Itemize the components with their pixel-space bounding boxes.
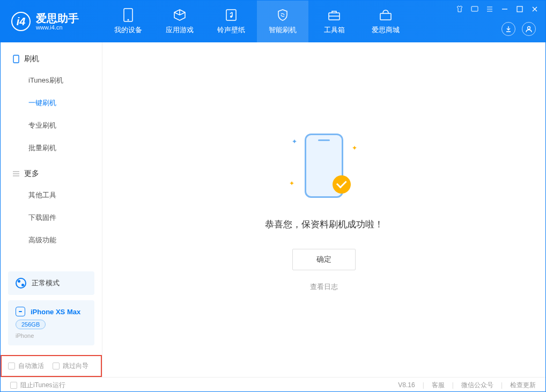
success-message: 恭喜您，保资料刷机成功啦！ — [265, 218, 383, 231]
minimize-button[interactable] — [500, 5, 509, 13]
phone-icon — [12, 55, 20, 63]
device-card[interactable]: iPhone XS Max 256GB iPhone — [8, 300, 94, 345]
music-icon — [224, 8, 238, 22]
mode-label: 正常模式 — [32, 278, 60, 288]
mode-card[interactable]: 正常模式 — [8, 271, 94, 295]
nav-tab-ringtone[interactable]: 铃声壁纸 — [205, 1, 257, 42]
svg-rect-9 — [13, 55, 19, 63]
checkbox-auto-activate[interactable]: 自动激活 — [8, 361, 44, 371]
sidebar-header-flash: 刷机 — [1, 49, 102, 69]
sidebar-item-other-tools[interactable]: 其他工具 — [1, 184, 102, 206]
sidebar-item-oneclick-flash[interactable]: 一键刷机 — [1, 92, 102, 114]
user-button[interactable] — [522, 22, 536, 36]
maximize-button[interactable] — [515, 5, 524, 13]
checkbox-icon — [8, 363, 15, 369]
success-illustration: ✦ ✦ ✦ — [286, 128, 361, 203]
device-icon — [121, 8, 135, 22]
menu-icon[interactable] — [485, 5, 494, 13]
sidebar-item-download-firmware[interactable]: 下载固件 — [1, 206, 102, 229]
checkbox-row: 自动激活 跳过向导 — [1, 355, 102, 377]
sparkle-icon: ✦ — [292, 138, 297, 145]
footer-link-wechat[interactable]: 微信公众号 — [461, 381, 493, 390]
footer-bar: 阻止iTunes运行 V8.16 | 客服 | 微信公众号 | 检查更新 — [1, 377, 545, 392]
tshirt-icon[interactable] — [455, 5, 464, 13]
toolbox-icon — [327, 8, 341, 22]
header-right-buttons — [501, 22, 536, 36]
svg-rect-5 — [380, 13, 391, 20]
mode-icon — [16, 278, 26, 289]
nav-tab-device[interactable]: 我的设备 — [102, 1, 154, 42]
device-phone-icon — [16, 307, 25, 316]
footer-link-update[interactable]: 检查更新 — [510, 381, 536, 390]
device-name: iPhone XS Max — [31, 308, 80, 316]
svg-point-3 — [230, 16, 232, 18]
svg-rect-2 — [226, 10, 236, 20]
window-controls — [455, 5, 539, 13]
app-subtitle: www.i4.cn — [36, 24, 79, 31]
feedback-icon[interactable] — [470, 5, 479, 13]
nav-tab-flash[interactable]: 智能刷机 — [257, 1, 308, 42]
footer-link-support[interactable]: 客服 — [432, 381, 445, 390]
check-badge-icon — [333, 175, 351, 194]
sidebar-section-flash: 刷机 iTunes刷机 一键刷机 专业刷机 批量刷机 — [1, 49, 102, 164]
sidebar-item-advanced[interactable]: 高级功能 — [1, 229, 102, 252]
close-button[interactable] — [530, 5, 539, 13]
nav-tab-toolbox[interactable]: 工具箱 — [308, 1, 360, 42]
checkbox-icon — [53, 363, 60, 369]
device-type: iPhone — [16, 332, 87, 339]
sidebar-item-itunes-flash[interactable]: iTunes刷机 — [1, 69, 102, 92]
nav-tab-store[interactable]: 爱思商城 — [360, 1, 411, 42]
svg-point-1 — [128, 19, 129, 21]
header-bar: i4 爱思助手 www.i4.cn 我的设备 应用游戏 铃声壁纸 智能刷机 工具… — [1, 1, 545, 42]
checkbox-skip-guide[interactable]: 跳过向导 — [53, 361, 88, 371]
cube-icon — [173, 8, 187, 22]
sidebar-item-pro-flash[interactable]: 专业刷机 — [1, 114, 102, 137]
svg-rect-6 — [471, 6, 478, 11]
confirm-button[interactable]: 确定 — [292, 249, 356, 270]
footer-block-itunes[interactable]: 阻止iTunes运行 — [10, 381, 65, 390]
sidebar-section-more: 更多 其他工具 下载固件 高级功能 — [1, 164, 102, 256]
sidebar-item-batch-flash[interactable]: 批量刷机 — [1, 137, 102, 159]
checkbox-icon — [10, 382, 17, 389]
app-logo-icon: i4 — [11, 12, 31, 31]
shield-sync-icon — [276, 8, 290, 22]
sidebar: 刷机 iTunes刷机 一键刷机 专业刷机 批量刷机 更多 其他工具 下载固件 … — [1, 42, 102, 377]
app-title: 爱思助手 — [36, 12, 79, 24]
nav-tabs: 我的设备 应用游戏 铃声壁纸 智能刷机 工具箱 爱思商城 — [102, 1, 411, 42]
list-icon — [12, 170, 20, 177]
store-icon — [379, 8, 393, 22]
sparkle-icon: ✦ — [289, 180, 294, 187]
download-button[interactable] — [501, 22, 515, 36]
version-label: V8.16 — [398, 381, 415, 389]
svg-point-8 — [528, 27, 530, 29]
sparkle-icon: ✦ — [352, 144, 357, 152]
nav-tab-apps[interactable]: 应用游戏 — [154, 1, 205, 42]
sidebar-header-more: 更多 — [1, 164, 102, 184]
main-content: ✦ ✦ ✦ 恭喜您，保资料刷机成功啦！ 确定 查看日志 — [102, 42, 545, 377]
device-storage-badge: 256GB — [16, 320, 46, 329]
svg-rect-7 — [517, 6, 522, 12]
logo-area: i4 爱思助手 www.i4.cn — [1, 12, 102, 31]
view-log-link[interactable]: 查看日志 — [310, 282, 338, 292]
